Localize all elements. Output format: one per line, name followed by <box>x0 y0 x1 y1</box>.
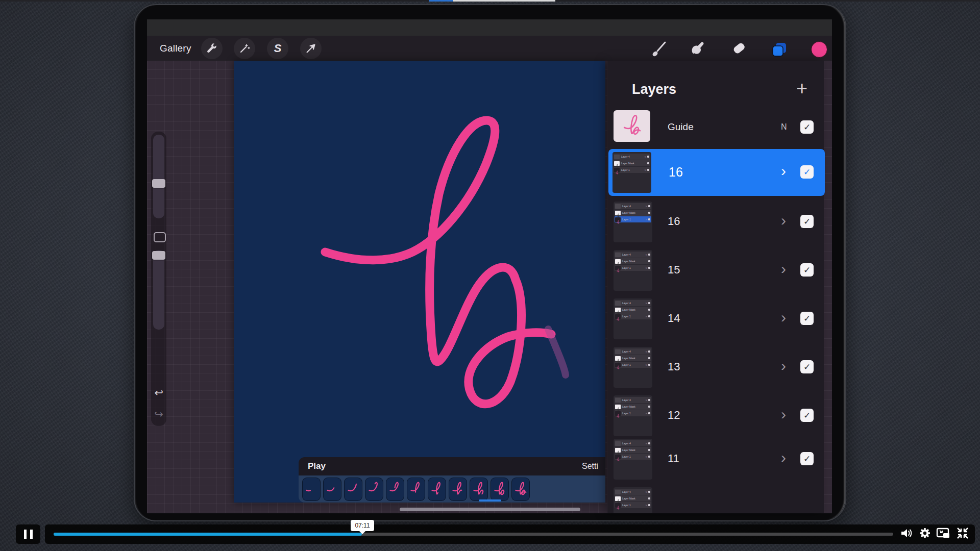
mini-layer-row: Layer Mask <box>615 495 651 502</box>
magic-wand-icon <box>238 42 251 55</box>
mini-layer-row: Layer 4N <box>615 300 651 306</box>
animation-frame-1[interactable] <box>302 478 321 501</box>
expand-chevron[interactable]: › <box>781 162 786 180</box>
mini-layer-row: Layer Mask <box>615 210 651 216</box>
transform-button[interactable] <box>300 38 322 59</box>
layer-label: 14 <box>668 312 680 325</box>
mini-layer-row: Layer 4N <box>614 154 650 160</box>
cursive-h-stroke <box>325 120 551 404</box>
redo-button[interactable]: ↪ <box>151 408 166 420</box>
ipad-home-indicator[interactable] <box>400 508 580 511</box>
pause-button[interactable] <box>16 524 40 544</box>
layers-tool[interactable] <box>770 40 789 61</box>
layer-visibility-checkbox[interactable]: ✓ <box>800 409 814 422</box>
layers-icon <box>770 52 789 61</box>
picture-in-picture-button[interactable] <box>936 527 950 541</box>
expand-chevron[interactable]: › <box>781 406 786 423</box>
animation-frame-6[interactable] <box>407 478 425 501</box>
timeline-scroll-indicator[interactable] <box>479 499 501 502</box>
mini-layer-row: Layer Mask <box>615 258 651 264</box>
arrow-cursor-icon <box>305 42 317 55</box>
video-frame: Gallery S <box>0 0 980 551</box>
mini-layer-row: Layer 1N <box>615 502 651 508</box>
layer-row-16-selected[interactable]: Layer 4NLayer MaskLayer 1N 16 › ✓ <box>608 149 825 196</box>
gallery-button[interactable]: Gallery <box>160 43 191 54</box>
actions-button[interactable] <box>201 38 223 59</box>
brush-size-slider[interactable] <box>153 135 164 218</box>
expand-chevron[interactable]: › <box>781 449 786 466</box>
layer-label: 16 <box>669 165 683 180</box>
expand-chevron[interactable]: › <box>781 212 786 229</box>
group-thumbnail: Layer 4NLayer MaskLayer 1N <box>614 487 652 513</box>
add-layer-button[interactable]: + <box>796 78 807 99</box>
mini-layer-row: Layer 4N <box>615 489 651 495</box>
layer-visibility-checkbox[interactable]: ✓ <box>800 263 814 277</box>
undo-button[interactable]: ↩ <box>151 387 166 399</box>
layer-visibility-checkbox[interactable]: ✓ <box>800 312 814 325</box>
mini-layer-row: Layer 4N <box>615 397 651 403</box>
player-settings-button[interactable] <box>918 527 932 541</box>
layer-row-12[interactable]: Layer 4NLayer MaskLayer 1N12›✓ <box>607 395 824 436</box>
animation-frame-2[interactable] <box>323 478 341 501</box>
opacity-slider[interactable] <box>153 250 164 330</box>
expand-chevron[interactable]: › <box>781 357 786 374</box>
animation-frame-8[interactable] <box>449 478 467 501</box>
eraser-icon <box>730 51 748 60</box>
animation-frame-3[interactable] <box>344 478 362 501</box>
brush-size-handle[interactable] <box>152 179 165 188</box>
color-tool[interactable] <box>811 41 828 60</box>
color-swatch-icon <box>811 51 828 60</box>
blend-mode-badge[interactable]: N <box>781 122 787 132</box>
layer-visibility-checkbox[interactable]: ✓ <box>800 120 814 134</box>
layer-label: 13 <box>668 360 680 373</box>
selection-button[interactable]: S <box>267 38 288 59</box>
mini-layer-row: Layer Mask <box>615 307 651 313</box>
layer-row-15[interactable]: Layer 4NLayer MaskLayer 1N15›✓ <box>607 250 824 291</box>
seek-bar-fill <box>54 533 362 536</box>
eraser-tool[interactable] <box>730 40 748 60</box>
time-tooltip-pointer <box>359 531 365 534</box>
layer-visibility-checkbox[interactable]: ✓ <box>800 165 814 179</box>
animation-settings-button[interactable]: Setti <box>582 462 604 471</box>
page-load-strip-white <box>453 0 555 2</box>
animation-frame-7[interactable] <box>428 478 446 501</box>
exit-fullscreen-button[interactable] <box>955 527 970 541</box>
animation-frame-9[interactable] <box>470 478 488 501</box>
animation-frame-5[interactable] <box>386 478 404 501</box>
layer-row-partial[interactable]: Layer 4NLayer MaskLayer 1N <box>614 487 652 513</box>
play-button[interactable]: Play <box>308 461 326 471</box>
volume-icon <box>900 527 913 542</box>
layer-row-16[interactable]: Layer 4NLayer MaskLayer 1N16›✓ <box>607 202 824 242</box>
onion-skin-stroke <box>548 329 566 375</box>
brush-tool[interactable] <box>649 40 668 60</box>
smudge-tool[interactable] <box>689 40 707 60</box>
animation-frames-strip <box>299 475 605 503</box>
drawing-canvas[interactable] <box>234 61 605 503</box>
adjustments-button[interactable] <box>234 38 255 59</box>
modify-button[interactable] <box>154 232 166 242</box>
layer-visibility-checkbox[interactable]: ✓ <box>800 452 814 465</box>
animation-frame-4[interactable] <box>365 478 383 501</box>
expand-chevron[interactable]: › <box>781 260 786 278</box>
layer-row-13[interactable]: Layer 4NLayer MaskLayer 1N13›✓ <box>607 347 824 388</box>
layer-row-14[interactable]: Layer 4NLayer MaskLayer 1N14›✓ <box>607 298 824 339</box>
group-thumbnail: Layer 4NLayer MaskLayer 1N <box>614 298 652 339</box>
page-load-strip-blue <box>429 0 453 2</box>
layer-row-guide[interactable]: Guide N ✓ <box>607 107 824 147</box>
layer-row-11[interactable]: Layer 4NLayer MaskLayer 1N11›✓ <box>607 439 824 480</box>
screen-top-strip <box>147 19 832 36</box>
volume-button[interactable] <box>899 527 914 541</box>
layer-visibility-checkbox[interactable]: ✓ <box>800 215 814 228</box>
layers-panel-title: Layers <box>632 82 676 97</box>
opacity-handle[interactable] <box>152 251 165 260</box>
pause-icon <box>24 530 27 539</box>
animation-frame-11[interactable] <box>511 478 530 501</box>
mini-layer-row: Layer Mask <box>615 355 651 361</box>
expand-chevron[interactable]: › <box>781 309 786 326</box>
animation-assist-header: Play Setti <box>299 457 605 475</box>
animation-frame-10[interactable] <box>491 478 509 501</box>
gear-icon <box>918 527 932 542</box>
group-thumbnail: Layer 4NLayer MaskLayer 1N <box>612 152 651 193</box>
layer-visibility-checkbox[interactable]: ✓ <box>800 360 814 373</box>
mini-layer-row: Layer 1N <box>614 167 650 173</box>
